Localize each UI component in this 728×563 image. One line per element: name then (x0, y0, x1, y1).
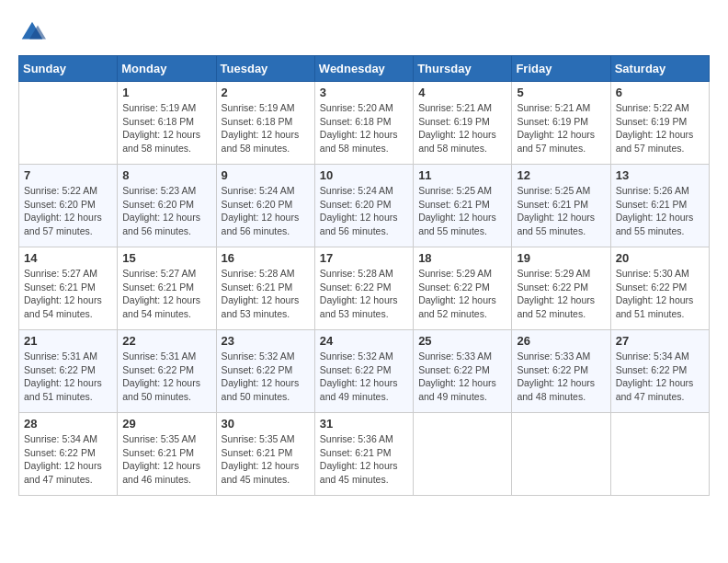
day-info: Sunrise: 5:35 AMSunset: 6:21 PMDaylight:… (122, 432, 210, 487)
weekday-header-wednesday: Wednesday (314, 56, 413, 82)
day-info: Sunrise: 5:31 AMSunset: 6:22 PMDaylight:… (122, 350, 210, 404)
day-number: 22 (122, 334, 210, 348)
day-info: Sunrise: 5:34 AMSunset: 6:22 PMDaylight:… (24, 432, 112, 487)
logo-icon (18, 18, 46, 46)
calendar-cell: 12Sunrise: 5:25 AMSunset: 6:21 PMDayligh… (512, 165, 610, 247)
calendar-week-row: 1Sunrise: 5:19 AMSunset: 6:18 PMDaylight… (19, 82, 710, 165)
calendar-cell: 19Sunrise: 5:29 AMSunset: 6:22 PMDayligh… (512, 247, 610, 330)
day-number: 7 (24, 168, 112, 182)
calendar-cell: 7Sunrise: 5:22 AMSunset: 6:20 PMDaylight… (19, 165, 118, 247)
calendar-cell: 16Sunrise: 5:28 AMSunset: 6:21 PMDayligh… (216, 247, 314, 330)
calendar-cell: 27Sunrise: 5:34 AMSunset: 6:22 PMDayligh… (610, 330, 709, 413)
calendar-header-row: SundayMondayTuesdayWednesdayThursdayFrid… (19, 56, 710, 82)
calendar-cell: 13Sunrise: 5:26 AMSunset: 6:21 PMDayligh… (610, 165, 709, 247)
day-info: Sunrise: 5:28 AMSunset: 6:22 PMDaylight:… (320, 267, 408, 321)
day-info: Sunrise: 5:23 AMSunset: 6:20 PMDaylight:… (122, 184, 210, 238)
weekday-header-sunday: Sunday (19, 56, 118, 82)
day-number: 2 (222, 86, 310, 99)
day-number: 14 (24, 251, 112, 265)
day-info: Sunrise: 5:33 AMSunset: 6:22 PMDaylight:… (418, 350, 506, 404)
calendar-cell: 25Sunrise: 5:33 AMSunset: 6:22 PMDayligh… (414, 330, 512, 413)
day-number: 13 (616, 168, 704, 182)
calendar-table: SundayMondayTuesdayWednesdayThursdayFrid… (18, 55, 710, 496)
day-info: Sunrise: 5:21 AMSunset: 6:19 PMDaylight:… (418, 101, 506, 155)
calendar-week-row: 28Sunrise: 5:34 AMSunset: 6:22 PMDayligh… (19, 413, 710, 496)
calendar-cell: 1Sunrise: 5:19 AMSunset: 6:18 PMDaylight… (118, 82, 216, 165)
calendar-week-row: 7Sunrise: 5:22 AMSunset: 6:20 PMDaylight… (19, 165, 710, 247)
day-number: 19 (517, 251, 605, 265)
day-info: Sunrise: 5:24 AMSunset: 6:20 PMDaylight:… (320, 184, 408, 238)
calendar-cell: 8Sunrise: 5:23 AMSunset: 6:20 PMDaylight… (118, 165, 216, 247)
day-number: 10 (320, 168, 408, 182)
calendar-cell: 23Sunrise: 5:32 AMSunset: 6:22 PMDayligh… (216, 330, 314, 413)
calendar-cell: 15Sunrise: 5:27 AMSunset: 6:21 PMDayligh… (118, 247, 216, 330)
day-number: 16 (222, 251, 310, 265)
day-info: Sunrise: 5:34 AMSunset: 6:22 PMDaylight:… (616, 350, 704, 404)
day-info: Sunrise: 5:20 AMSunset: 6:18 PMDaylight:… (320, 101, 408, 155)
calendar-cell: 6Sunrise: 5:22 AMSunset: 6:19 PMDaylight… (610, 82, 709, 165)
weekday-header-tuesday: Tuesday (216, 56, 314, 82)
day-number: 5 (517, 86, 605, 99)
calendar-cell: 2Sunrise: 5:19 AMSunset: 6:18 PMDaylight… (216, 82, 314, 165)
logo (18, 18, 50, 46)
calendar-cell: 20Sunrise: 5:30 AMSunset: 6:22 PMDayligh… (610, 247, 709, 330)
day-number: 27 (616, 334, 704, 348)
calendar-cell: 18Sunrise: 5:29 AMSunset: 6:22 PMDayligh… (414, 247, 512, 330)
day-number: 8 (122, 168, 210, 182)
calendar-cell: 31Sunrise: 5:36 AMSunset: 6:21 PMDayligh… (314, 413, 413, 496)
weekday-header-thursday: Thursday (414, 56, 512, 82)
day-number: 26 (517, 334, 605, 348)
calendar-cell: 29Sunrise: 5:35 AMSunset: 6:21 PMDayligh… (118, 413, 216, 496)
calendar-cell: 30Sunrise: 5:35 AMSunset: 6:21 PMDayligh… (216, 413, 314, 496)
day-number: 29 (122, 417, 210, 431)
calendar-cell: 3Sunrise: 5:20 AMSunset: 6:18 PMDaylight… (314, 82, 413, 165)
day-number: 30 (222, 417, 310, 431)
calendar-cell: 9Sunrise: 5:24 AMSunset: 6:20 PMDaylight… (216, 165, 314, 247)
day-number: 11 (418, 168, 506, 182)
day-info: Sunrise: 5:24 AMSunset: 6:20 PMDaylight:… (222, 184, 310, 238)
calendar-cell: 11Sunrise: 5:25 AMSunset: 6:21 PMDayligh… (414, 165, 512, 247)
day-info: Sunrise: 5:25 AMSunset: 6:21 PMDaylight:… (418, 184, 506, 238)
calendar-cell: 10Sunrise: 5:24 AMSunset: 6:20 PMDayligh… (314, 165, 413, 247)
day-info: Sunrise: 5:32 AMSunset: 6:22 PMDaylight:… (222, 350, 310, 404)
weekday-header-saturday: Saturday (610, 56, 709, 82)
calendar-cell: 21Sunrise: 5:31 AMSunset: 6:22 PMDayligh… (19, 330, 118, 413)
day-info: Sunrise: 5:35 AMSunset: 6:21 PMDaylight:… (222, 432, 310, 487)
day-info: Sunrise: 5:21 AMSunset: 6:19 PMDaylight:… (517, 101, 605, 155)
calendar-cell: 17Sunrise: 5:28 AMSunset: 6:22 PMDayligh… (314, 247, 413, 330)
day-info: Sunrise: 5:27 AMSunset: 6:21 PMDaylight:… (122, 267, 210, 321)
calendar-cell: 28Sunrise: 5:34 AMSunset: 6:22 PMDayligh… (19, 413, 118, 496)
day-number: 15 (122, 251, 210, 265)
calendar-cell (512, 413, 610, 496)
calendar-cell: 22Sunrise: 5:31 AMSunset: 6:22 PMDayligh… (118, 330, 216, 413)
day-info: Sunrise: 5:27 AMSunset: 6:21 PMDaylight:… (24, 267, 112, 321)
calendar-cell (610, 413, 709, 496)
day-number: 21 (24, 334, 112, 348)
day-info: Sunrise: 5:25 AMSunset: 6:21 PMDaylight:… (517, 184, 605, 238)
day-info: Sunrise: 5:31 AMSunset: 6:22 PMDaylight:… (24, 350, 112, 404)
day-info: Sunrise: 5:26 AMSunset: 6:21 PMDaylight:… (616, 184, 704, 238)
day-info: Sunrise: 5:36 AMSunset: 6:21 PMDaylight:… (320, 432, 408, 487)
calendar-cell (19, 82, 118, 165)
calendar-cell: 24Sunrise: 5:32 AMSunset: 6:22 PMDayligh… (314, 330, 413, 413)
calendar-cell: 5Sunrise: 5:21 AMSunset: 6:19 PMDaylight… (512, 82, 610, 165)
day-number: 12 (517, 168, 605, 182)
day-number: 4 (418, 86, 506, 99)
day-number: 24 (320, 334, 408, 348)
day-info: Sunrise: 5:22 AMSunset: 6:20 PMDaylight:… (24, 184, 112, 238)
weekday-header-friday: Friday (512, 56, 610, 82)
day-info: Sunrise: 5:28 AMSunset: 6:21 PMDaylight:… (222, 267, 310, 321)
calendar-cell: 26Sunrise: 5:33 AMSunset: 6:22 PMDayligh… (512, 330, 610, 413)
day-info: Sunrise: 5:29 AMSunset: 6:22 PMDaylight:… (418, 267, 506, 321)
day-info: Sunrise: 5:32 AMSunset: 6:22 PMDaylight:… (320, 350, 408, 404)
calendar-cell (414, 413, 512, 496)
day-number: 25 (418, 334, 506, 348)
day-info: Sunrise: 5:19 AMSunset: 6:18 PMDaylight:… (222, 101, 310, 155)
day-number: 9 (222, 168, 310, 182)
page-header (18, 18, 710, 46)
day-number: 20 (616, 251, 704, 265)
weekday-header-monday: Monday (118, 56, 216, 82)
day-info: Sunrise: 5:19 AMSunset: 6:18 PMDaylight:… (122, 101, 210, 155)
day-number: 18 (418, 251, 506, 265)
calendar-week-row: 14Sunrise: 5:27 AMSunset: 6:21 PMDayligh… (19, 247, 710, 330)
